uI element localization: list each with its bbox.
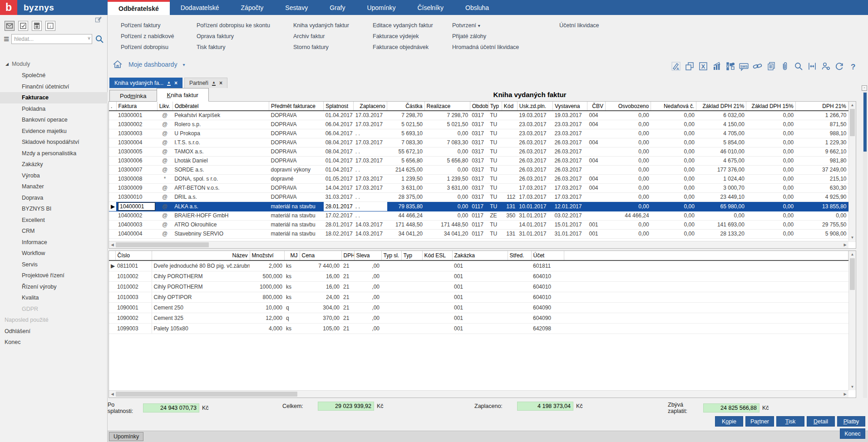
- mail-icon[interactable]: [5, 21, 15, 31]
- column-header[interactable]: Zakázka: [452, 251, 508, 260]
- sidebar-item[interactable]: Řízení výroby: [0, 281, 108, 293]
- item-row[interactable]: 1090001 Cement 250 10,000 q 304,00 21 ,0…: [109, 302, 848, 313]
- pane-scrollbar[interactable]: -: [863, 92, 867, 398]
- sidebar-item[interactable]: Evidence majetku: [0, 126, 108, 137]
- sidebar-item[interactable]: Společné: [0, 70, 108, 81]
- find-icon[interactable]: [793, 61, 804, 71]
- invoice-row[interactable]: 10300003 @ U Prokopa DOPRAVA 06.04.2017 …: [109, 129, 848, 138]
- sidebar-item[interactable]: Pokladna: [0, 103, 108, 115]
- item-row[interactable]: 1010002 Cihly POROTHERM 1000,000 ks 16,0…: [109, 281, 848, 292]
- column-header[interactable]: Účet: [531, 251, 564, 260]
- column-header[interactable]: .: [109, 102, 116, 111]
- scroll-up-icon[interactable]: [849, 251, 856, 258]
- submenu-item[interactable]: Potvrzení: [452, 20, 519, 31]
- sidebar-footer-item[interactable]: Konec: [0, 337, 108, 348]
- menu-tab[interactable]: Grafy: [319, 0, 356, 15]
- action-button[interactable]: Detail: [807, 416, 835, 427]
- items-vscrollbar[interactable]: [848, 251, 856, 390]
- chevron-down-icon[interactable]: [88, 36, 90, 41]
- action-button[interactable]: Platby: [837, 416, 865, 427]
- sidebar-item[interactable]: Manažer: [0, 181, 108, 192]
- upominky-button[interactable]: Upomínky: [109, 432, 143, 441]
- scroll-right-icon[interactable]: [842, 392, 848, 396]
- eject-icon[interactable]: [167, 81, 171, 86]
- column-header[interactable]: [109, 251, 115, 260]
- submenu-item[interactable]: Hromadná účetní likvidace: [452, 42, 519, 53]
- window-tab[interactable]: Partneři: [184, 78, 227, 88]
- column-header[interactable]: Střed.: [508, 251, 531, 260]
- dashboard-link[interactable]: Moje dashboardy: [128, 61, 177, 68]
- sidebar-item[interactable]: Bankovní operace: [0, 114, 108, 126]
- column-header[interactable]: Cena: [300, 251, 341, 260]
- column-header[interactable]: Realizace: [424, 102, 470, 111]
- action-button[interactable]: Kopie: [715, 416, 743, 427]
- sidebar-item[interactable]: Doprava: [0, 192, 108, 204]
- column-header[interactable]: Množství: [250, 251, 284, 260]
- view-tab[interactable]: Podmínka: [109, 90, 157, 102]
- column-header[interactable]: Číslo: [115, 251, 152, 260]
- sidebar-footer-item[interactable]: Odhlášení: [0, 326, 108, 337]
- column-header[interactable]: Faktura: [116, 102, 157, 111]
- column-header[interactable]: Předmět fakturace: [269, 102, 324, 111]
- sidebar-item[interactable]: Finanční účetnictví: [0, 81, 108, 93]
- scroll-thumb[interactable]: [116, 392, 297, 397]
- konec-button[interactable]: Konec: [840, 428, 865, 439]
- sidebar-item[interactable]: CRM: [0, 226, 108, 237]
- column-header[interactable]: Vystavena: [552, 102, 587, 111]
- column-header[interactable]: Typ: [488, 102, 502, 111]
- invoice-row[interactable]: ▶ 10400001 @ ALKA a.s. materiál na stavb…: [109, 201, 848, 211]
- sidebar-item[interactable]: Mzdy a personalistika: [0, 148, 108, 159]
- scroll-down-icon[interactable]: [849, 234, 856, 241]
- item-row[interactable]: 1010003 Cihly OPTIPOR 800,000 ks 24,00 2…: [109, 292, 848, 302]
- search-icon[interactable]: [94, 34, 104, 44]
- submenu-item[interactable]: Archiv faktur: [293, 31, 349, 42]
- items-hscrollbar[interactable]: [109, 390, 848, 398]
- column-header[interactable]: Splatnost: [324, 102, 354, 111]
- sidebar-item[interactable]: Informace: [0, 237, 108, 248]
- sidebar-item[interactable]: Skladové hospodářství: [0, 137, 108, 148]
- menu-tab[interactable]: Sestavy: [274, 0, 319, 15]
- scroll-left-icon[interactable]: [109, 392, 116, 396]
- scroll-right-icon[interactable]: [842, 243, 848, 247]
- submenu-item[interactable]: Pořízení dobropisu ke skontu: [197, 20, 270, 31]
- menu-tab[interactable]: Dodavatelské: [170, 0, 230, 15]
- column-header[interactable]: ČBV: [587, 102, 605, 111]
- submenu-item[interactable]: Pořízení dobropisu: [121, 42, 174, 53]
- scroll-left-icon[interactable]: [109, 243, 116, 247]
- sidebar-item[interactable]: Servis: [0, 259, 108, 270]
- column-header[interactable]: Typ: [401, 251, 422, 260]
- item-row[interactable]: 1099003 Palety 105x80 4,000 ks 105,00 21…: [109, 323, 848, 334]
- menu-icon[interactable]: [4, 34, 9, 44]
- submenu-item[interactable]: Pořízení z nabídkové: [121, 31, 174, 42]
- tasks-icon[interactable]: [18, 21, 28, 31]
- column-header[interactable]: Obdob: [470, 102, 488, 111]
- invoice-row[interactable]: 10300002 @ Rolero s.p. DOPRAVA 06.04.201…: [109, 120, 848, 129]
- scroll-down-icon[interactable]: [849, 383, 856, 390]
- submenu-item[interactable]: Kniha vydaných faktur: [293, 20, 349, 31]
- splitter-handle[interactable]: -: [862, 85, 867, 91]
- scroll-thumb[interactable]: [850, 109, 855, 136]
- submenu-item[interactable]: Fakturace výdejek: [373, 31, 433, 42]
- column-header[interactable]: DPH: [341, 251, 354, 260]
- view-tab[interactable]: Kniha faktur: [157, 88, 209, 102]
- item-row[interactable]: 1090002 Cement 325 12,000 q 370,00 21 ,0…: [109, 313, 848, 323]
- close-icon[interactable]: [219, 80, 222, 86]
- column-header[interactable]: Základ DPH 21%: [696, 102, 746, 111]
- invoice-row[interactable]: 10400003 @ ATRO Okrouhlice materiál na s…: [109, 220, 848, 229]
- invoice-row[interactable]: 10400004 @ Stavebniny SERVIO materiál na…: [109, 229, 848, 238]
- menu-tab[interactable]: Číselníky: [406, 0, 454, 15]
- window-tab[interactable]: Kniha vydaných fa...: [109, 78, 182, 88]
- column-header[interactable]: Usk.zd.pln.: [517, 102, 552, 111]
- menu-tab[interactable]: Obsluha: [454, 0, 500, 15]
- invoice-row[interactable]: 10300010 @ DRIL a.s. DOPRAVA 31.03.2017 …: [109, 192, 848, 201]
- home-icon[interactable]: [112, 59, 123, 70]
- invoice-row[interactable]: 10300001 @ Pekařství Karpíšek DOPRAVA 01…: [109, 111, 848, 120]
- help-icon[interactable]: ?: [848, 61, 858, 71]
- excel-icon[interactable]: X: [698, 61, 708, 71]
- close-icon[interactable]: [174, 80, 178, 86]
- copy-docs-icon[interactable]: [766, 61, 776, 71]
- submenu-item[interactable]: Editace vydaných faktur: [373, 20, 433, 31]
- column-header[interactable]: Nedaňová č.: [651, 102, 696, 111]
- eject-icon[interactable]: [212, 81, 216, 86]
- sms-icon[interactable]: SMS: [739, 61, 749, 71]
